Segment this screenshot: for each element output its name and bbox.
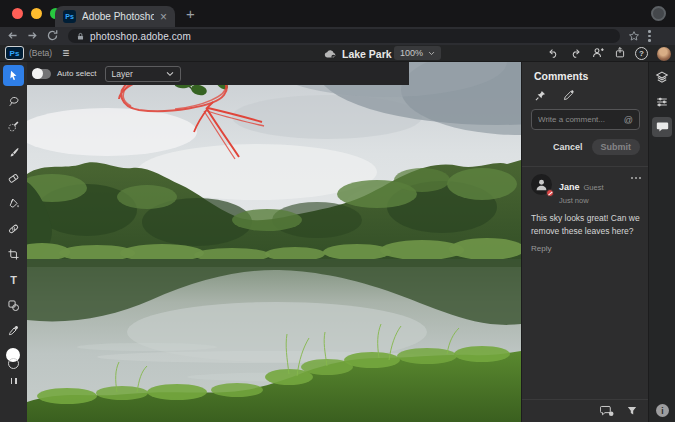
commenter-role: Guest [584, 183, 604, 192]
redo-icon[interactable] [569, 45, 582, 63]
browser-toolbar: photoshop.adobe.com [0, 27, 675, 45]
minimize-window-button[interactable] [31, 8, 42, 19]
layers-panel-icon[interactable] [652, 67, 672, 87]
commenter-avatar [531, 174, 552, 195]
zoom-level-dropdown[interactable]: 100% [394, 46, 441, 60]
comment-composer: @ [531, 109, 640, 130]
mention-icon[interactable]: @ [624, 115, 633, 125]
workspace: T [0, 62, 675, 422]
tool-move[interactable] [3, 65, 24, 86]
guest-badge-icon [546, 189, 554, 197]
divider [522, 166, 649, 167]
comments-panel-title: Comments [534, 70, 588, 82]
tool-type[interactable]: T [3, 269, 24, 290]
adjustments-panel-icon[interactable] [652, 92, 672, 112]
pin-comment-icon[interactable] [534, 89, 547, 102]
help-icon[interactable]: ? [635, 47, 648, 60]
address-bar[interactable]: photoshop.adobe.com [68, 29, 620, 43]
tool-quick-select[interactable] [3, 116, 24, 137]
comment-input[interactable] [538, 115, 624, 124]
tool-lasso[interactable] [3, 91, 24, 112]
panel-rail: i [648, 62, 675, 422]
share-icon[interactable] [614, 45, 626, 63]
url-text: photoshop.adobe.com [90, 31, 191, 42]
user-avatar[interactable] [657, 47, 671, 61]
draw-annotation-icon[interactable] [562, 89, 575, 102]
comment-thread: JaneGuest Just now This sky looks great!… [531, 174, 641, 253]
chevron-down-icon [166, 71, 174, 77]
photoshop-favicon: Ps [63, 10, 76, 23]
resolved-comments-icon[interactable] [600, 405, 614, 417]
document-title-group[interactable]: Lake Park [323, 45, 405, 62]
tab-title: Adobe Photoshop [82, 11, 154, 22]
lock-icon [76, 31, 85, 42]
submit-button[interactable]: Submit [592, 139, 641, 155]
photoshop-app-bar: Ps (Beta) ≡ Lake Park 100% [0, 45, 675, 62]
browser-tab-strip: Ps Adobe Photoshop × + [0, 0, 675, 27]
commenter-name: Jane [559, 182, 580, 192]
hamburger-menu-icon[interactable]: ≡ [62, 47, 69, 59]
comments-panel: Comments @ Cancel Submit [521, 62, 648, 422]
close-tab-icon[interactable]: × [160, 11, 167, 23]
undo-icon[interactable] [547, 45, 560, 63]
comments-panel-icon[interactable] [652, 117, 672, 137]
auto-select-label: Auto select [57, 69, 97, 78]
reload-icon[interactable] [44, 29, 60, 43]
close-window-button[interactable] [12, 8, 23, 19]
forward-icon[interactable] [24, 29, 40, 43]
tool-options-bar: Auto select Layer [27, 62, 409, 85]
tool-eraser[interactable] [3, 167, 24, 188]
back-icon[interactable] [4, 29, 20, 43]
beta-label: (Beta) [29, 48, 52, 58]
tool-shapes[interactable] [3, 295, 24, 316]
filter-icon[interactable] [626, 405, 638, 417]
browser-profile-icon[interactable] [651, 6, 666, 21]
comment-text: This sky looks great! Can we remove thes… [531, 212, 641, 238]
new-tab-button[interactable]: + [186, 5, 195, 22]
more-tools-icon[interactable] [11, 378, 17, 384]
layer-select-dropdown[interactable]: Layer [105, 66, 181, 82]
color-swatches[interactable] [3, 348, 24, 374]
canvas[interactable]: Auto select Layer [27, 62, 521, 422]
invite-people-icon[interactable] [591, 45, 605, 63]
tool-brush[interactable] [3, 142, 24, 163]
comment-menu-icon[interactable] [631, 177, 641, 179]
cancel-button[interactable]: Cancel [553, 142, 583, 152]
tool-healing-brush[interactable] [3, 218, 24, 239]
tool-crop[interactable] [3, 244, 24, 265]
lake-photo [27, 62, 521, 422]
photoshop-logo[interactable]: Ps [5, 46, 24, 60]
app-window: Ps Adobe Photoshop × + photoshop.adobe.c… [0, 0, 675, 422]
background-color-swatch[interactable] [8, 358, 19, 369]
document-title: Lake Park [342, 48, 392, 60]
reply-link[interactable]: Reply [531, 244, 641, 253]
comment-timestamp: Just now [559, 196, 604, 205]
auto-select-toggle[interactable] [32, 69, 51, 79]
window-controls [12, 8, 61, 19]
browser-menu-icon[interactable] [648, 30, 651, 42]
zoom-level-value: 100% [400, 48, 423, 58]
bookmark-star-icon[interactable] [628, 30, 640, 42]
tool-eyedropper[interactable] [3, 320, 24, 341]
info-icon[interactable]: i [656, 404, 669, 417]
tools-panel: T [0, 62, 27, 422]
tool-fill[interactable] [3, 193, 24, 214]
layer-select-value: Layer [112, 69, 133, 79]
cloud-sync-icon [323, 49, 337, 59]
chevron-down-icon [428, 51, 435, 56]
browser-tab[interactable]: Ps Adobe Photoshop × [55, 6, 175, 27]
